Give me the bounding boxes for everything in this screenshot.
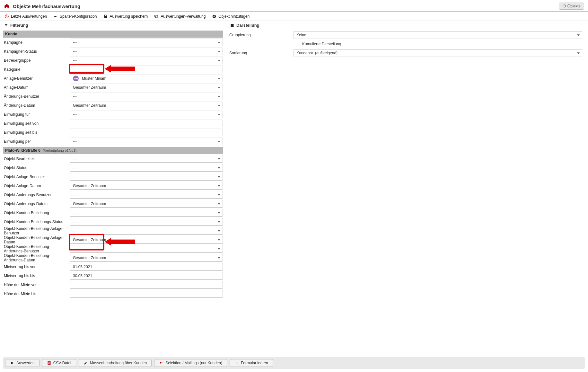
recent-report-label: Letzte Auswertungen <box>11 14 47 19</box>
kampagnen-status-label: Kampagnen-Status <box>3 49 70 54</box>
okb-anl-benutzer-select[interactable]: --- <box>70 227 223 235</box>
manage-reports-label: Auswertungen-Verwaltung <box>161 14 206 19</box>
obj-anl-datum-select[interactable]: Gesamter Zeitraum <box>70 182 223 190</box>
svg-rect-10 <box>48 362 50 365</box>
edit-icon <box>83 361 88 365</box>
anlage-datum-select[interactable]: Gesamter Zeitraum <box>70 84 223 91</box>
svg-rect-7 <box>231 24 234 25</box>
add-object-button[interactable]: Objekt hinzufügen <box>212 14 250 19</box>
users-icon <box>159 361 163 365</box>
kategorie-input[interactable] <box>70 66 223 73</box>
svg-point-1 <box>54 16 55 17</box>
plus-circle-icon <box>212 14 216 19</box>
layout-icon <box>230 23 234 28</box>
obj-status-select[interactable]: --- <box>70 164 223 172</box>
mietvertrag-bis-input[interactable]: 30.05.2021 <box>70 272 223 280</box>
okb-status-select[interactable]: --- <box>70 218 223 226</box>
okb-anl-datum-select[interactable]: Gesamter Zeitraum <box>70 236 223 244</box>
page-title: Objekte Mehrfachauswertung <box>13 4 80 9</box>
svg-rect-8 <box>231 25 234 26</box>
add-object-label: Objekt hinzufügen <box>218 14 250 19</box>
einwilligung-bis-input[interactable] <box>70 129 223 136</box>
einwilligung-per-label: Einwilligung per <box>3 139 70 144</box>
group-objekt-title: Plato-Wild-Straße 6 <box>5 148 40 153</box>
okb-label: Objekt-Kunden-Beziehung <box>3 211 70 215</box>
toolbar: Letzte Auswertungen Spalten-Konfiguratio… <box>0 12 588 21</box>
play-icon <box>10 361 14 365</box>
svg-point-11 <box>160 362 161 363</box>
einwilligung-von-input[interactable] <box>70 120 223 127</box>
betreuergruppe-label: Betreuergruppe <box>3 58 70 63</box>
kampagne-select[interactable]: --- <box>70 39 223 46</box>
aenderungs-datum-select[interactable]: Gesamter Zeitraum <box>70 102 223 109</box>
obj-anl-benutzer-label: Objekt-Anlage-Benutzer <box>3 175 70 179</box>
okb-aend-datum-select[interactable]: Gesamter Zeitraum <box>70 254 223 262</box>
miete-von-label: Höhe der Miete von <box>3 283 70 287</box>
manage-icon <box>154 14 159 19</box>
kumuliert-checkbox-input[interactable] <box>295 42 299 46</box>
okb-aend-datum-label: Objekt-Kunden-Beziehung-Änderungs-Datum <box>3 253 70 262</box>
obj-aend-benutzer-label: Objekt-Änderungs-Benutzer <box>3 193 70 197</box>
sortierung-select[interactable]: Kundennr. (aufsteigend) <box>294 49 582 57</box>
obj-status-label: Objekt-Status <box>3 166 70 170</box>
save-icon <box>103 14 108 19</box>
presentation-section-title: Darstellung <box>236 23 259 28</box>
okb-anl-datum-label: Objekt-Kunden-Beziehung-Anlage-Datum <box>3 235 70 244</box>
gruppierung-select[interactable]: Keine <box>294 31 582 39</box>
svg-rect-4 <box>155 15 157 17</box>
aenderungs-benutzer-select[interactable]: --- <box>70 93 223 100</box>
formular-leeren-button[interactable]: Formular leeren <box>230 359 273 367</box>
filter-column: Filterung Kunde Kampagne--- Kampagnen-St… <box>3 21 223 298</box>
aenderungs-datum-label: Änderungs-Datum <box>3 103 70 108</box>
filter-icon <box>4 23 8 28</box>
massenbearbeitung-button[interactable]: Massenbearbeitung über Kunden <box>79 359 152 367</box>
csv-button[interactable]: CSV-Datei <box>42 359 76 367</box>
group-kunde-title: Kunde <box>5 32 17 36</box>
kumuliert-checkbox[interactable]: Kumulierte Darstellung <box>294 41 341 47</box>
column-config-button[interactable]: Spalten-Konfiguration <box>53 14 97 19</box>
filter-section-title: Filterung <box>10 23 28 28</box>
obj-aend-datum-label: Objekt-Änderungs-Datum <box>3 202 70 206</box>
clear-icon <box>234 361 239 365</box>
save-report-button[interactable]: Auswertung speichern <box>103 14 148 19</box>
einwilligung-per-select[interactable]: --- <box>70 138 223 145</box>
okb-aend-benutzer-select[interactable]: --- <box>70 245 223 253</box>
einwilligung-von-label: Einwilligung seit von <box>3 121 70 126</box>
obj-anl-datum-label: Objekt-Anlage-Datum <box>3 184 70 188</box>
einwilligung-fuer-select[interactable]: --- <box>70 111 223 118</box>
kampagne-label: Kampagne <box>3 40 70 45</box>
svg-point-2 <box>55 16 56 17</box>
auswerten-button[interactable]: Auswerten <box>5 359 39 367</box>
presentation-column: Darstellung Gruppierung Keine Kumulierte… <box>229 21 585 298</box>
okb-anl-benutzer-label: Objekt-Kunden-Beziehung-Anlage-Benutzer <box>3 226 70 235</box>
recent-report-button[interactable]: Letzte Auswertungen <box>4 14 47 19</box>
svg-point-12 <box>162 362 162 363</box>
betreuergruppe-select[interactable]: --- <box>70 57 223 64</box>
obj-aend-benutzer-select[interactable]: --- <box>70 191 223 199</box>
clock-icon <box>4 14 9 19</box>
anlage-benutzer-label: Anlage-Benutzer <box>3 76 70 81</box>
okb-select[interactable]: --- <box>70 209 223 217</box>
selektion-button[interactable]: Selektion / Mailings (nur Kunden) <box>154 359 227 367</box>
anlage-datum-label: Anlage-Datum <box>3 85 70 90</box>
miete-bis-input[interactable] <box>70 290 223 298</box>
obj-anl-benutzer-select[interactable]: --- <box>70 173 223 181</box>
mietvertrag-bis-label: Mietvertrag bis bis <box>3 274 70 278</box>
miete-von-input[interactable] <box>70 281 223 289</box>
obj-bearbeiter-label: Objekt-Bearbeiter <box>3 157 70 161</box>
okb-status-label: Objekt-Kunden-Beziehungs-Status <box>3 220 70 224</box>
mietvertrag-von-label: Mietvertrag bis von <box>3 265 70 269</box>
obj-bearbeiter-select[interactable]: --- <box>70 155 223 163</box>
einwilligung-fuer-label: Einwilligung für <box>3 112 70 117</box>
mietvertrag-von-input[interactable]: 01.05.2021 <box>70 263 223 271</box>
einwilligung-bis-label: Einwilligung seit bis <box>3 130 70 135</box>
obj-aend-datum-select[interactable]: Gesamter Zeitraum <box>70 200 223 208</box>
kampagnen-status-select[interactable]: --- <box>70 48 223 55</box>
gruppierung-label: Gruppierung <box>229 33 294 37</box>
objekte-button[interactable]: Objekte <box>559 3 584 10</box>
svg-rect-5 <box>155 16 158 18</box>
anlage-benutzer-select[interactable]: MMMuster Miriam <box>70 75 223 82</box>
manage-reports-button[interactable]: Auswertungen-Verwaltung <box>154 14 206 19</box>
dots-icon <box>53 14 58 19</box>
group-objekt-sub: (Verknüpfung o1/co1) <box>43 149 76 152</box>
